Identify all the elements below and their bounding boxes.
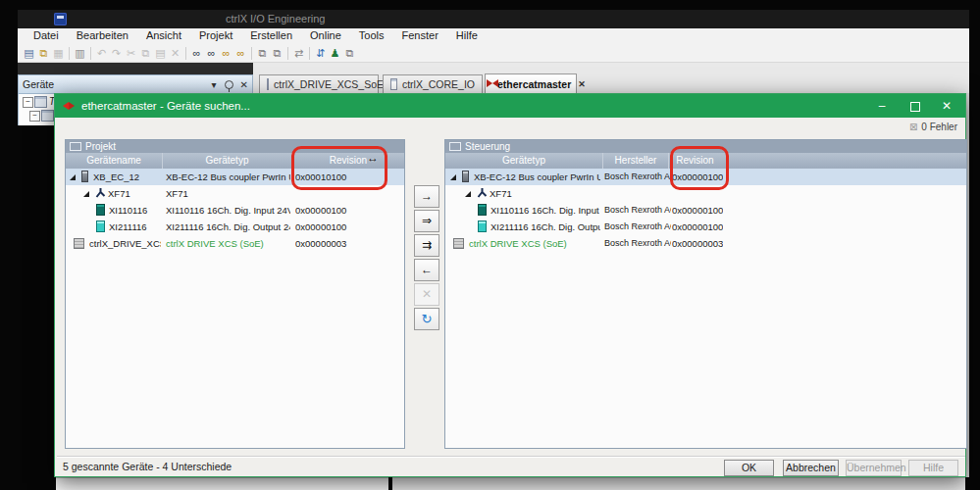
tab-ethercatmaster[interactable]: ethercatmaster ✕ — [485, 74, 577, 93]
chevron-down-icon[interactable]: ▾ — [212, 79, 217, 90]
column-geraetename[interactable]: Gerätename — [66, 153, 162, 169]
column-geraetetyp[interactable]: Gerätetyp — [445, 153, 602, 169]
project-icon — [70, 142, 81, 151]
editor-left-pane-strip — [56, 477, 388, 490]
new-file-icon[interactable]: ▤ — [22, 45, 36, 62]
error-icon: ⊠ — [909, 122, 917, 132]
close-panel-icon[interactable]: ✕ — [240, 79, 248, 90]
online-user-icon[interactable]: ♟ — [328, 45, 342, 62]
branch-module-icon — [477, 187, 488, 201]
maximize-button[interactable] — [901, 94, 930, 118]
ethercat-icon — [63, 102, 75, 111]
resize-cursor-icon: ↔ — [367, 151, 379, 165]
table-row[interactable]: XI211116 16Ch. Dig. Output 2... Bosch Re… — [445, 219, 966, 235]
controller-icon — [449, 142, 461, 151]
hilfe-button[interactable]: Hilfe — [908, 460, 958, 476]
dialog-title: ethercatmaster - Geräte suchen... — [81, 100, 250, 112]
devices-panel-header[interactable]: Geräte ▾ ✕ — [18, 74, 253, 94]
abbrechen-button[interactable]: Abbrechen — [783, 460, 839, 476]
workspace-gap — [18, 63, 253, 74]
input-module-icon — [478, 204, 487, 216]
menu-bar: Datei Bearbeiten Ansicht Projekt Erstell… — [18, 28, 969, 44]
toolbar: ▤ ⧉ ▦ ▥ ↶ ↷ ✂ ⧉ ▤ ✕ ∞ ∞ ∞ ∞ ⧉ ⧉ ⇄ ⇵ ♟ ⧉ — [18, 44, 969, 63]
column-geraetetyp[interactable]: Gerätetyp — [162, 153, 291, 169]
maximize-icon — [910, 102, 920, 112]
search-bookmark-icon[interactable]: ∞ — [233, 45, 248, 62]
input-module-icon — [96, 204, 105, 216]
compare-pages-icon[interactable]: ⧉ — [342, 45, 357, 62]
expand-icon[interactable] — [70, 174, 76, 180]
tab-close-icon[interactable]: ✕ — [578, 79, 586, 89]
annotation-revision-controller — [670, 146, 729, 190]
copy-icon[interactable]: ⧉ — [138, 45, 153, 62]
app-icon — [54, 13, 67, 25]
menu-ansicht[interactable]: Ansicht — [137, 28, 190, 44]
menu-online[interactable]: Online — [301, 28, 350, 44]
tab-ctrlx-drive-xcs-soe[interactable]: ctrlX_DRIVE_XCS_SoE_ — [259, 74, 379, 93]
dialog-status: 5 gescannte Geräte - 4 Unterschiede — [63, 461, 232, 472]
tree-expander-icon[interactable]: − — [29, 111, 40, 122]
scan-devices-dialog: ethercatmaster - Geräte suchen... – ✕ ⊠ … — [54, 93, 966, 477]
output-module-icon — [478, 220, 487, 232]
delete-icon[interactable]: ✕ — [168, 45, 182, 62]
uebernehmen-button[interactable]: Übernehmen — [846, 460, 902, 476]
paste-icon[interactable]: ▤ — [153, 45, 168, 62]
sync-icon[interactable]: ⇄ — [291, 45, 306, 62]
device-node-icon — [41, 110, 54, 122]
cut-icon[interactable]: ✂ — [124, 45, 138, 62]
ok-button[interactable]: OK — [724, 460, 774, 476]
dialog-titlebar[interactable]: ethercatmaster - Geräte suchen... — [55, 94, 965, 118]
new-window-icon[interactable]: ⧉ — [270, 45, 284, 62]
expand-icon[interactable] — [83, 191, 89, 197]
open-file-icon[interactable]: ⧉ — [36, 45, 51, 62]
copy-page-icon[interactable]: ⧉ — [255, 45, 270, 62]
takeover-device-button[interactable]: → — [414, 185, 439, 208]
save-icon[interactable]: ▦ — [51, 45, 66, 62]
takeover-all-button[interactable]: ⇉ — [414, 234, 439, 257]
table-row[interactable]: ctrlX DRIVE XCS (SoE) Bosch Rexroth AG 0… — [445, 235, 966, 252]
menu-projekt[interactable]: Projekt — [190, 28, 241, 44]
drive-icon — [74, 238, 84, 249]
takeover-device-type-button[interactable]: ⇒ — [414, 210, 439, 232]
table-row[interactable]: ctrlX_DRIVE_XCS_... ctrlX DRIVE XCS (SoE… — [66, 235, 404, 252]
app-title: ctrlX I/O Engineering — [226, 13, 326, 24]
expand-icon[interactable] — [450, 174, 456, 180]
table-row[interactable]: XI211116 XI211116 16Ch. Dig. Output 24V/… — [66, 219, 404, 235]
bus-coupler-icon — [81, 171, 88, 182]
dialog-separator — [57, 456, 965, 457]
app-titlebar: ctrlX I/O Engineering — [18, 10, 969, 28]
pin-icon[interactable] — [225, 80, 233, 89]
search-in-files-icon[interactable]: ∞ — [219, 45, 233, 62]
tab-ctrlx-core-io[interactable]: ctrlX_CORE_IO — [383, 74, 483, 93]
column-hersteller[interactable]: Hersteller — [602, 153, 668, 169]
desktop-background: ctrlX I/O Engineering Datei Bearbeiten A… — [0, 0, 980, 490]
devices-panel-title: Geräte — [23, 78, 54, 90]
close-button[interactable]: ✕ — [932, 94, 961, 118]
menu-datei[interactable]: Datei — [25, 28, 68, 44]
bus-coupler-icon — [462, 171, 469, 182]
menu-bearbeiten[interactable]: Bearbeiten — [68, 28, 137, 44]
document-icon — [390, 78, 397, 90]
expand-icon[interactable] — [465, 191, 471, 197]
print-icon[interactable]: ▥ — [73, 45, 87, 62]
search-icon[interactable]: ∞ — [189, 45, 204, 62]
menu-tools[interactable]: Tools — [350, 28, 393, 44]
redo-icon[interactable]: ↷ — [109, 45, 124, 62]
rescan-button[interactable]: ↻ — [414, 308, 439, 330]
transfer-icon[interactable]: ⇵ — [313, 45, 328, 62]
takeover-to-project-button[interactable]: ← — [414, 259, 439, 281]
remove-device-button[interactable]: ✕ — [414, 283, 439, 306]
menu-hilfe[interactable]: Hilfe — [447, 28, 487, 44]
search-next-icon[interactable]: ∞ — [204, 45, 219, 62]
tree-expander-icon[interactable]: − — [23, 97, 33, 108]
branch-module-icon — [95, 187, 106, 201]
table-row[interactable]: XI110116 XI110116 16Ch. Dig. Input 24V, … — [66, 202, 404, 219]
undo-icon[interactable]: ↶ — [94, 45, 109, 62]
output-module-icon — [96, 220, 105, 232]
menu-erstellen[interactable]: Erstellen — [241, 28, 301, 44]
menu-fenster[interactable]: Fenster — [393, 28, 447, 44]
table-row[interactable]: XI110116 16Ch. Dig. Input 24... Bosch Re… — [445, 202, 966, 219]
document-icon — [267, 78, 269, 90]
editor-right-pane-strip — [392, 477, 965, 490]
minimize-button[interactable]: – — [867, 94, 897, 118]
